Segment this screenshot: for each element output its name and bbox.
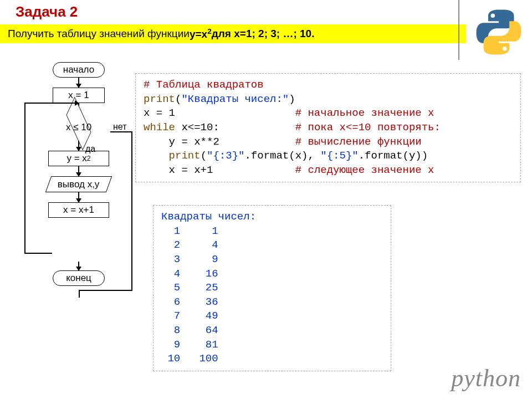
output-row: 1 1 — [161, 225, 218, 237]
flow-arrow — [78, 166, 79, 176]
task-prefix: Получить таблицу значений функции — [8, 28, 190, 40]
output-header: Квадраты чисел: — [161, 211, 256, 223]
flow-arrowhead — [75, 100, 79, 106]
flow-line — [131, 131, 132, 291]
output-row: 4 16 — [161, 268, 218, 280]
output-row: 8 64 — [161, 324, 218, 336]
output-row: 9 81 — [161, 339, 218, 351]
output-row: 10 100 — [161, 352, 218, 365]
python-wordmark: python — [451, 364, 521, 392]
flow-arrow — [78, 78, 79, 88]
header-divider — [458, 0, 459, 60]
flow-start: начало — [53, 62, 105, 78]
flow-label-yes: да — [85, 144, 95, 154]
flow-arrow — [78, 141, 79, 151]
flow-label-no: нет — [113, 122, 127, 132]
output-row: 5 25 — [161, 282, 218, 294]
output-row: 7 49 — [161, 310, 218, 322]
program-output: Квадраты чисел: 1 1 2 4 3 9 4 16 5 25 6 … — [153, 205, 391, 371]
flow-line — [79, 290, 131, 291]
flow-line — [24, 103, 75, 104]
python-logo-icon — [475, 9, 522, 55]
flow-line — [24, 253, 52, 254]
output-row: 3 9 — [161, 253, 218, 265]
flow-arrow — [78, 262, 79, 270]
flow-arrow — [78, 192, 79, 202]
output-row: 6 36 — [161, 296, 218, 308]
task-statement: Получить таблицу значений функции y=x2 д… — [0, 24, 466, 43]
flow-incr: x = x+1 — [48, 202, 109, 218]
page-title: Задача 2 — [16, 3, 78, 21]
flow-line — [24, 103, 25, 254]
flow-line — [79, 290, 80, 298]
flow-line — [110, 131, 131, 132]
flow-calc: y = x2 — [48, 151, 109, 166]
code-listing: # Таблица квадратов print("Квадраты чисе… — [135, 73, 521, 182]
flowchart: начало x = 1 x ≤ 10 y = x2 вывод x,y x =… — [18, 62, 140, 286]
flow-end: конец — [53, 270, 105, 286]
task-suffix: для x=1; 2; 3; …; 10. — [212, 28, 315, 40]
task-func: y=x2 — [190, 27, 212, 40]
output-row: 2 4 — [161, 239, 218, 251]
flow-output: вывод x,y — [45, 176, 112, 192]
